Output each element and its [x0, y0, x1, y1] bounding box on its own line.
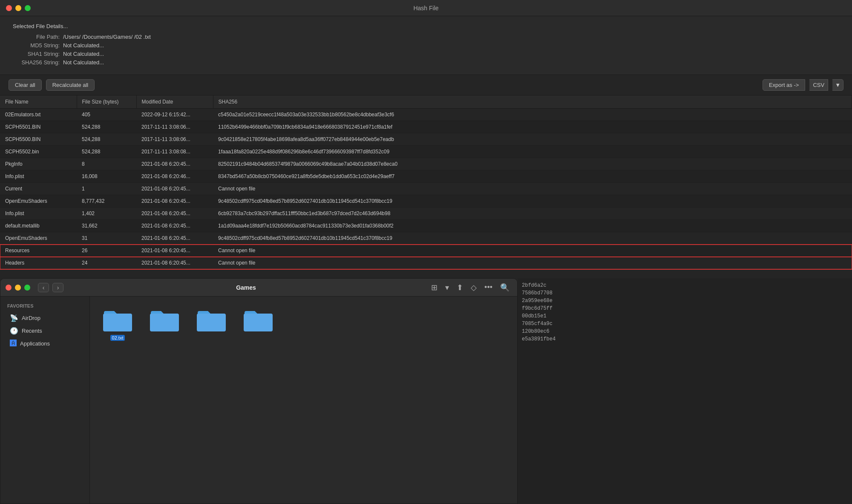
cell-moddate: 2021-01-08 6:20:45...: [136, 245, 213, 257]
hash-value-item: 2bfd6a2c: [522, 282, 848, 288]
sidebar-item-applications[interactable]: 🅰 Applications: [3, 337, 87, 349]
table-row[interactable]: default.metallib 31,662 2021-01-08 6:20:…: [0, 220, 852, 232]
right-partial-hashes: 2bfd6a2c7586bd77082a959ee68ef9bc6d75ff00…: [518, 278, 852, 504]
folder-icon-3: [196, 308, 227, 332]
cell-filename: PkgInfo: [0, 158, 77, 170]
table-row[interactable]: OpenEmuShaders 31 2021-01-08 6:20:45... …: [0, 232, 852, 245]
sidebar-applications-label: Applications: [20, 340, 50, 347]
export-dropdown-button[interactable]: ▼: [832, 79, 843, 91]
close-button[interactable]: [6, 5, 12, 11]
cell-moddate: 2021-01-08 6:20:46...: [136, 170, 213, 183]
title-bar: Hash File: [0, 0, 852, 16]
folder-item-3[interactable]: [192, 305, 230, 343]
sha1-row: SHA1 String: Not Calculated...: [13, 51, 839, 57]
cell-filename: default.metallib: [0, 220, 77, 232]
cell-sha256: Cannot open file: [213, 245, 852, 257]
cell-moddate: 2021-01-08 6:20:45...: [136, 195, 213, 207]
cell-moddate: 2021-01-08 6:20:45...: [136, 183, 213, 195]
cell-filesize: 1: [77, 183, 136, 195]
cell-moddate: 2017-11-11 3:08:08...: [136, 146, 213, 158]
table-row[interactable]: Resources 26 2021-01-08 6:20:45... Canno…: [0, 245, 852, 257]
finder-view-grid-button[interactable]: ⊞: [429, 282, 440, 293]
cell-filesize: 24: [77, 257, 136, 269]
cell-sha256: 9c48502cdff975cd04fb8ed57b8952d6027401db…: [213, 232, 852, 245]
finder-close-button[interactable]: [6, 285, 12, 291]
finder-main-area: 02.txt: [90, 297, 517, 504]
cell-moddate: 2017-11-11 3:08:06...: [136, 133, 213, 146]
finder-view-options-button[interactable]: ▾: [443, 282, 452, 293]
filepath-row: File Path: /Users/ /Documents/Games/ /02…: [13, 34, 839, 40]
recalculate-all-button[interactable]: Recalculate all: [46, 79, 95, 91]
sha256-value: Not Calculated...: [63, 59, 104, 66]
finder-share-button[interactable]: ⬆: [454, 282, 466, 293]
cell-sha256: 1faaa18fa820a0225e488d9f086296b8e6c46df7…: [213, 146, 852, 158]
cell-filesize: 26: [77, 245, 136, 257]
cell-filesize: 524,288: [77, 133, 136, 146]
applications-icon: 🅰: [10, 340, 17, 347]
finder-minimize-button[interactable]: [15, 285, 21, 291]
finder-more-button[interactable]: •••: [482, 282, 495, 293]
cell-sha256: Cannot open file: [213, 257, 852, 269]
finder-forward-button[interactable]: ›: [52, 283, 63, 292]
cell-moddate: 2021-01-08 6:20:45...: [136, 207, 213, 220]
hash-values-list: 2bfd6a2c7586bd77082a959ee68ef9bc6d75ff00…: [522, 282, 848, 342]
cell-moddate: 2021-01-08 6:20:45...: [136, 232, 213, 245]
table-row[interactable]: SCPH5501.BIN 524,288 2017-11-11 3:08:06.…: [0, 121, 852, 133]
col-filesize-header: File Size (bytes): [77, 95, 136, 109]
table-row[interactable]: SCPH5502.bin 524,288 2017-11-11 3:08:08.…: [0, 146, 852, 158]
finder-search-button[interactable]: 🔍: [498, 282, 512, 293]
cell-moddate: 2022-09-12 6:15:42...: [136, 109, 213, 121]
folder-1-label: 02.txt: [110, 335, 125, 341]
finder-title-bar: ‹ › Games ⊞ ▾ ⬆ ◇ ••• 🔍: [0, 279, 517, 297]
folder-icon-2: [149, 308, 180, 332]
md5-value: Not Calculated...: [63, 42, 104, 49]
export-as-button[interactable]: Export as ->: [763, 79, 805, 91]
finder-tag-button[interactable]: ◇: [468, 282, 479, 293]
table-row[interactable]: OpenEmuShaders 8,777,432 2021-01-08 6:20…: [0, 195, 852, 207]
hash-value-item: 2a959ee68e: [522, 298, 848, 304]
table-row[interactable]: Info.plist 1,402 2021-01-08 6:20:45... 6…: [0, 207, 852, 220]
cell-sha256: 1a1d09aaa4e18fddf7e192b50660acd8784cac91…: [213, 220, 852, 232]
table-row[interactable]: SCPH5500.BIN 524,288 2017-11-11 3:08:06.…: [0, 133, 852, 146]
minimize-button[interactable]: [15, 5, 21, 11]
col-filename-header: File Name: [0, 95, 77, 109]
cell-filename: SCPH5502.bin: [0, 146, 77, 158]
sidebar-airdrop-label: AirDrop: [22, 315, 40, 321]
window-title: Hash File: [413, 5, 438, 12]
folder-item-2[interactable]: [145, 305, 184, 343]
table-row[interactable]: Current 1 2021-01-08 6:20:45... Cannot o…: [0, 183, 852, 195]
folder-item-1[interactable]: 02.txt: [98, 305, 137, 343]
filepath-value: /Users/ /Documents/Games/ /02 .txt: [63, 34, 151, 40]
cell-filesize: 1,402: [77, 207, 136, 220]
cell-sha256: 9c48502cdff975cd04fb8ed57b8952d6027401db…: [213, 195, 852, 207]
cell-sha256: 8347bd5467a50b8cb0750460ce921a8fb5de5dbe…: [213, 170, 852, 183]
finder-back-button[interactable]: ‹: [38, 283, 49, 292]
cell-filename: 02Emulators.txt: [0, 109, 77, 121]
col-sha256-header: SHA256: [213, 95, 852, 109]
sidebar-item-airdrop[interactable]: 📡 AirDrop: [3, 312, 87, 324]
finder-maximize-button[interactable]: [24, 285, 30, 291]
cell-filesize: 524,288: [77, 121, 136, 133]
sidebar-item-recents[interactable]: 🕐 Recents: [3, 325, 87, 337]
filepath-label: File Path:: [13, 34, 60, 40]
maximize-button[interactable]: [25, 5, 31, 11]
table-row[interactable]: 02Emulators.txt 405 2022-09-12 6:15:42..…: [0, 109, 852, 121]
file-details-title: Selected File Details...: [13, 23, 839, 29]
cell-sha256: Cannot open file: [213, 183, 852, 195]
sidebar-favorites-title: Favorites: [0, 302, 89, 310]
table-row[interactable]: PkgInfo 8 2021-01-08 6:20:45... 82502191…: [0, 158, 852, 170]
cell-filesize: 405: [77, 109, 136, 121]
file-details-panel: Selected File Details... File Path: /Use…: [0, 16, 852, 75]
file-table: File Name File Size (bytes) Modified Dat…: [0, 95, 852, 269]
table-row[interactable]: Headers 24 2021-01-08 6:20:45... Cannot …: [0, 257, 852, 269]
cell-filename: Current: [0, 183, 77, 195]
col-moddate-header: Modified Date: [136, 95, 213, 109]
cell-filename: OpenEmuShaders: [0, 232, 77, 245]
cell-filename: Resources: [0, 245, 77, 257]
finder-window-title: Games: [67, 284, 425, 291]
finder-sidebar: Favorites 📡 AirDrop 🕐 Recents 🅰 Applicat…: [0, 297, 90, 504]
folder-item-4[interactable]: [239, 305, 277, 343]
hash-value-item: 7586bd7708: [522, 290, 848, 296]
clear-all-button[interactable]: Clear all: [9, 79, 42, 91]
table-row[interactable]: Info.plist 16,008 2021-01-08 6:20:46... …: [0, 170, 852, 183]
